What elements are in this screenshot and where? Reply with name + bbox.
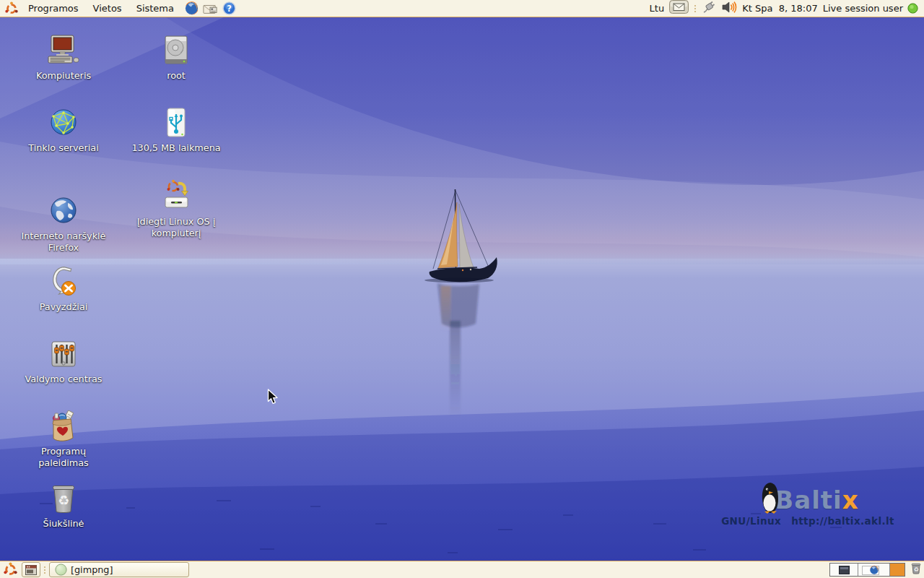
top-panel: Programos Vietos Sistema — [0, 0, 924, 17]
applet-handle — [694, 5, 697, 12]
workspace-1[interactable] — [830, 564, 858, 576]
desktop-icon-label: Tinklo serveriai — [28, 142, 98, 154]
trash-applet[interactable]: ♻ — [910, 562, 922, 577]
computer-icon — [46, 33, 81, 68]
brand-name-x: x — [842, 486, 859, 514]
desktop-icon-label: root — [167, 70, 186, 82]
brand-tagline-url: http://baltix.akl.lt — [791, 515, 894, 527]
menu-vietos[interactable]: Vietos — [87, 0, 128, 17]
show-desktop-button[interactable] — [22, 562, 40, 577]
trash-icon: ♻ — [46, 481, 81, 516]
user-switcher-label: Live session user — [823, 3, 903, 14]
desktop-icon-label: Valdymo centras — [25, 374, 102, 385]
desktop-icon-tinklo-serveriai[interactable]: Tinklo serveriai — [9, 105, 118, 154]
trash-applet-icon: ♻ — [910, 562, 922, 574]
desktop-icon-label: Interneto naršyklė Firefox — [16, 230, 111, 254]
baltix-watermark: Baltix GNU/Linux http://baltix.akl.lt — [722, 480, 894, 527]
distro-menu-logo-icon[interactable] — [4, 1, 19, 17]
bottom-panel: [gimpng] — [0, 561, 924, 578]
examples-folder-icon — [46, 264, 81, 299]
control-center-icon — [46, 337, 81, 371]
desktop-icon-kompiuteris[interactable]: Kompiuteris — [9, 33, 118, 82]
desktop-icon-valdymo-centras[interactable]: Valdymo centras — [9, 337, 118, 385]
workspace-firefox-thumbnail — [869, 565, 879, 575]
mouse-cursor — [267, 389, 279, 405]
desktop-icon-label: 130,5 MB laikmena — [131, 142, 220, 154]
applet-handle — [43, 566, 46, 574]
desktop-icon-usb-laikmena[interactable]: 130,5 MB laikmena — [122, 105, 230, 154]
presence-available-icon — [907, 3, 918, 14]
user-switcher[interactable]: Live session user — [823, 3, 918, 14]
desktop-icon-siuksline[interactable]: ♻ Šiukšlinė — [9, 481, 118, 530]
desktop-icon-root[interactable]: root — [122, 33, 230, 82]
desktop-icon-programu-paleidimas[interactable]: Programų paleidimas — [9, 409, 118, 469]
workspace-switcher — [829, 563, 905, 577]
desktop-icon-label: Pavyzdžiai — [40, 301, 88, 313]
menu-programos[interactable]: Programos — [22, 0, 85, 17]
volume-icon[interactable] — [721, 0, 737, 17]
network-globe-icon — [46, 105, 81, 140]
brand-name-text: alti — [794, 486, 842, 514]
penguin-icon — [757, 481, 784, 514]
app-install-bag-icon — [46, 409, 81, 444]
workspace-3-active[interactable] — [890, 564, 905, 576]
svg-text:♻: ♻ — [913, 566, 918, 573]
firefox-launcher-icon[interactable] — [183, 1, 199, 17]
workspace-window-thumbnail — [839, 566, 850, 574]
mail-launcher-icon[interactable] — [202, 1, 218, 17]
desktop-icon-label: Šiukšlinė — [43, 518, 84, 530]
clock-applet[interactable]: Kt Spa 8, 18:07 — [742, 3, 818, 14]
taskbar-window-button[interactable]: [gimpng] — [49, 562, 189, 577]
desktop-screen: Programos Vietos Sistema — [0, 0, 924, 578]
keyboard-layout-indicator[interactable]: Ltu — [650, 3, 665, 14]
install-os-icon — [159, 179, 193, 214]
help-launcher-icon[interactable]: ? — [221, 1, 237, 17]
taskbar-window-title: [gimpng] — [71, 564, 113, 575]
bottom-distro-logo-icon[interactable] — [2, 562, 18, 578]
svg-text:?: ? — [227, 4, 232, 14]
desktop-icon-firefox[interactable]: Interneto naršyklė Firefox — [9, 194, 118, 254]
usb-drive-icon — [159, 105, 193, 140]
browser-globe-icon — [46, 194, 81, 228]
desktop-icon-label: Programų paleidimas — [30, 446, 98, 469]
workspace-2[interactable] — [858, 564, 890, 576]
desktop-icon-label: Kompiuteris — [36, 70, 91, 82]
desktop-icon-label: Įdiegti Linux OS į kompiuterį — [127, 216, 225, 239]
hard-disk-icon — [159, 33, 193, 68]
show-desktop-icon — [25, 565, 37, 575]
window-app-icon — [55, 564, 67, 576]
mail-notification-icon[interactable] — [669, 0, 689, 17]
brand-tagline-os: GNU/Linux — [721, 515, 781, 527]
menu-sistema[interactable]: Sistema — [130, 0, 180, 17]
network-plug-icon[interactable] — [702, 0, 716, 17]
desktop-icon-install-linux[interactable]: Įdiegti Linux OS į kompiuterį — [122, 179, 230, 239]
svg-text:♻: ♻ — [58, 493, 69, 508]
desktop-icon-pavyzdziai[interactable]: Pavyzdžiai — [9, 264, 118, 313]
